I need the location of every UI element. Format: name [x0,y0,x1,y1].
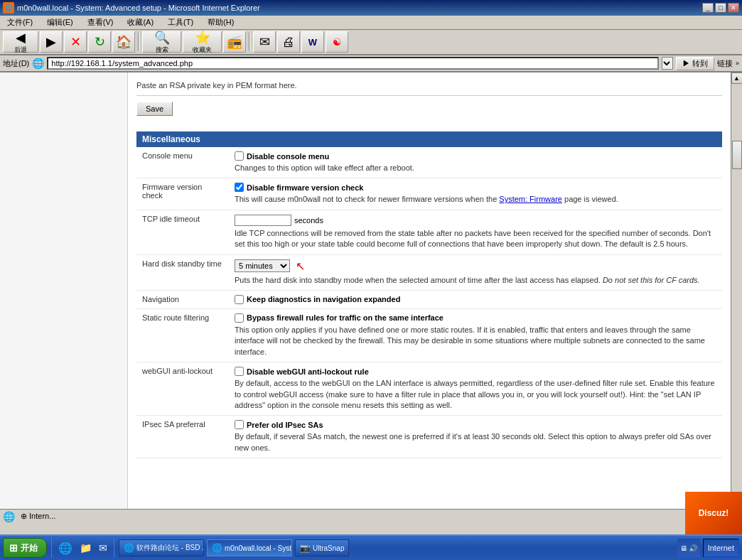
static-route-title: Bypass firewall rules for traffic on the… [247,313,443,322]
close-btn[interactable]: ✕ [728,3,739,13]
address-bar: 地址(D) 🌐 ▶ 转到 链接 » [0,55,742,72]
go-label: 转到 [692,59,708,68]
word-button[interactable]: W [301,31,324,53]
row-content: Prefer old IPsec SAs By default, if seve… [229,416,722,458]
print-button[interactable]: 🖨 [277,31,300,53]
star-icon: ⭐ [195,30,210,45]
favorites-label: 收藏夹 [193,45,212,55]
menu-favorites[interactable]: 收藏(A) [123,16,158,29]
quicklaunch-1[interactable]: 📁 [77,542,94,554]
refresh-icon: ↻ [95,34,105,50]
webgui-checkbox[interactable] [235,367,244,376]
menu-file[interactable]: 文件(F) [3,16,37,29]
taskbar-label-1: 软件路由论坛 - BSD ... [136,543,204,553]
taskbar-item-3[interactable]: 📷 UltraSnap [295,539,349,556]
navigation-title: Keep diagnostics in navigation expanded [247,295,400,303]
row-content: Keep diagnostics in navigation expanded [229,290,722,308]
maximize-btn[interactable]: □ [715,3,726,13]
start-button[interactable]: ⊞ 开始 [3,538,47,558]
quicklaunch-ie[interactable]: 🌐 [56,542,75,555]
go-button[interactable]: ▶ 转到 [676,57,714,70]
firmware-check-checkbox[interactable] [235,183,244,192]
static-route-desc: This option only applies if you have def… [235,325,716,357]
media-button[interactable]: 📻 [223,31,246,53]
search-icon: 🔍 [154,30,170,45]
back-button[interactable]: ◀ 后退 [3,31,38,53]
url-dropdown[interactable] [662,57,673,70]
scrollbar[interactable]: ▲ ▼ [731,72,742,509]
row-content: Disable webGUI anti-lockout rule By defa… [229,362,722,416]
status-text: ⊕ Intern... [21,512,55,521]
taskbar-item-2[interactable]: 🌐 m0n0wall.local - Syst... [207,539,292,556]
static-route-checkbox[interactable] [235,313,244,323]
minimize-btn[interactable]: _ [702,3,714,13]
row-label: Hard disk standby time [136,254,229,290]
stop-icon: ✕ [70,34,81,50]
main-content[interactable]: Paste an RSA private key in PEM format h… [128,72,731,509]
row-content: Disable firmware version check This will… [229,178,722,210]
section-header: Miscellaneous [136,131,722,147]
table-row: webGUI anti-lockout Disable webGUI anti-… [136,362,722,416]
navigation-checkbox[interactable] [235,295,244,304]
search-label: 搜索 [156,45,168,55]
back-label: 后退 [14,45,27,55]
scroll-track [731,84,743,497]
row-label: TCP idle timeout [136,210,229,254]
tcp-timeout-input[interactable] [235,215,291,226]
menu-bar: 文件(F) 编辑(E) 查看(V) 收藏(A) 工具(T) 帮助(H) [0,16,742,30]
webgui-label: webGUI anti-lockout [136,362,229,416]
scroll-up-button[interactable]: ▲ [731,72,743,84]
cursor-hint: ↖ [296,259,305,273]
row-label: Firmware version check [136,178,229,210]
separator-1 [138,33,139,51]
menu-view[interactable]: 查看(V) [83,16,118,29]
start-label: 开始 [21,542,38,554]
save-button[interactable]: Save [136,102,173,116]
menu-help[interactable]: 帮助(H) [203,16,238,29]
scroll-thumb[interactable] [732,141,742,169]
search-button[interactable]: 🔍 搜索 [142,31,181,53]
mail-button[interactable]: ✉ [253,31,276,53]
media-icon: 📻 [227,34,242,50]
refresh-button[interactable]: ↻ [88,31,111,53]
taskbar-item-1[interactable]: 🌐 软件路由论坛 - BSD ... [119,539,204,556]
quicklaunch-2[interactable]: ✉ [97,542,109,554]
window-title: m0n0wall.local - System: Advanced setup … [17,4,260,12]
stop-button[interactable]: ✕ [64,31,87,53]
standby-select[interactable]: Always on 5 minutes 10 minutes 20 minute… [235,259,290,272]
title-bar: 🌐 m0n0wall.local - System: Advanced setu… [0,0,742,16]
taskbar-label-3: UltraSnap [313,544,344,552]
firmware-link[interactable]: System: Firmware [499,195,562,203]
tray-icons: 🖥 🔊 [677,539,700,557]
table-row: TCP idle timeout seconds Idle TCP connec… [136,210,722,254]
globe-icon: 🌐 [32,58,44,69]
home-button[interactable]: 🏠 [112,31,135,53]
taskbar-icon-3: 📷 [300,543,311,553]
home-icon: 🏠 [116,34,131,50]
ipsec-checkbox[interactable] [235,420,244,429]
menu-tools[interactable]: 工具(T) [163,16,198,29]
favorites-button[interactable]: ⭐ 收藏夹 [183,31,222,53]
globe-status-icon: 🌐 [3,511,15,522]
firmware-check-title: Disable firmware version check [247,183,363,192]
forward-button[interactable]: ▶ [40,31,63,53]
console-menu-desc: Changes to this option will take effect … [235,163,716,173]
menu-edit[interactable]: 编辑(E) [43,16,77,29]
static-route-label: Static route filtering [136,308,229,362]
ipsec-desc: By default, if several SAs match, the ne… [235,431,716,453]
go-arrow-icon: ▶ [682,59,690,68]
toolbar: ◀ 后退 ▶ ✕ ↻ 🏠 🔍 搜索 ⭐ 收藏夹 📻 ✉ 🖨 W ☯ [0,30,742,55]
tray-network: 🖥 [680,544,687,552]
discuz-watermark: Discuz! [685,492,742,534]
extra-button[interactable]: ☯ [326,31,348,53]
table-row: Hard disk standby time Always on 5 minut… [136,254,722,290]
webgui-desc: By default, access to the webGUI on the … [235,378,716,411]
table-row: Navigation Keep diagnostics in navigatio… [136,290,722,308]
console-menu-checkbox[interactable] [235,151,244,161]
taskbar-label-2: m0n0wall.local - Syst... [225,544,292,552]
row-label: Navigation [136,290,229,308]
ipsec-title: Prefer old IPsec SAs [247,421,323,429]
url-input[interactable] [47,57,659,70]
seconds-label: seconds [294,216,323,225]
firmware-check-desc: This will cause m0n0wall not to check fo… [235,194,716,205]
